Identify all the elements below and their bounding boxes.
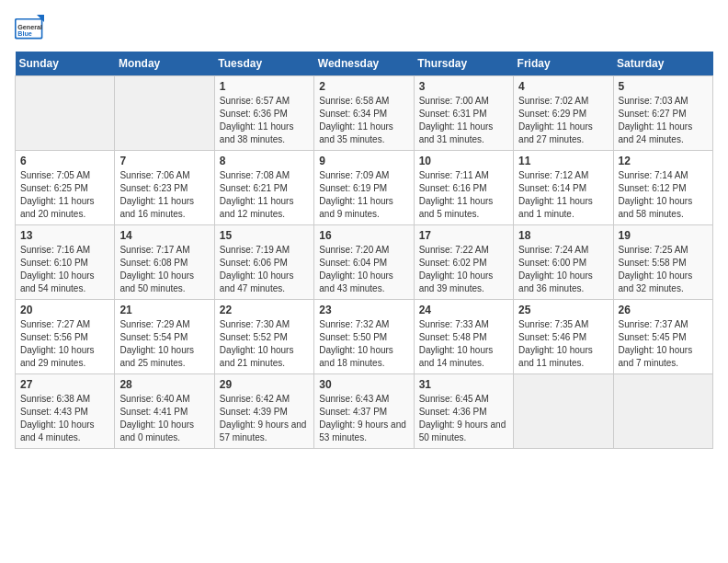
calendar-cell: [16, 76, 115, 151]
day-info: Sunrise: 7:14 AMSunset: 6:12 PMDaylight:…: [619, 169, 708, 221]
day-info: Sunrise: 7:02 AMSunset: 6:29 PMDaylight:…: [518, 95, 608, 146]
day-info: Sunrise: 6:42 AMSunset: 4:39 PMDaylight:…: [220, 393, 309, 444]
day-info: Sunrise: 7:00 AMSunset: 6:31 PMDaylight:…: [419, 95, 508, 146]
calendar-cell: 23Sunrise: 7:32 AMSunset: 5:50 PMDayligh…: [314, 300, 414, 374]
day-number: 10: [419, 155, 508, 167]
day-number: 29: [220, 378, 309, 391]
calendar-cell: 21Sunrise: 7:29 AMSunset: 5:54 PMDayligh…: [115, 300, 214, 374]
calendar-table: SundayMondayTuesdayWednesdayThursdayFrid…: [15, 52, 713, 449]
calendar-cell: 3Sunrise: 7:00 AMSunset: 6:31 PMDaylight…: [414, 76, 513, 151]
page-header: General Blue: [15, 15, 713, 40]
day-number: 7: [119, 155, 209, 167]
calendar-cell: 10Sunrise: 7:11 AMSunset: 6:16 PMDayligh…: [414, 151, 513, 225]
calendar-cell: 2Sunrise: 6:58 AMSunset: 6:34 PMDaylight…: [314, 76, 414, 151]
calendar-cell: [115, 76, 214, 151]
day-info: Sunrise: 7:17 AMSunset: 6:08 PMDaylight:…: [119, 244, 209, 295]
day-number: 11: [518, 155, 608, 167]
day-number: 30: [319, 378, 408, 391]
day-number: 16: [319, 229, 408, 242]
day-info: Sunrise: 7:29 AMSunset: 5:54 PMDaylight:…: [119, 318, 209, 370]
day-number: 15: [220, 229, 309, 242]
day-number: 6: [20, 155, 109, 167]
day-of-week-header: Tuesday: [214, 52, 313, 76]
calendar-cell: 25Sunrise: 7:35 AMSunset: 5:46 PMDayligh…: [514, 300, 613, 374]
calendar-week-row: 27Sunrise: 6:38 AMSunset: 4:43 PMDayligh…: [16, 374, 713, 449]
calendar-cell: 14Sunrise: 7:17 AMSunset: 6:08 PMDayligh…: [115, 225, 214, 300]
day-info: Sunrise: 7:19 AMSunset: 6:06 PMDaylight:…: [220, 244, 309, 295]
day-info: Sunrise: 7:33 AMSunset: 5:48 PMDaylight:…: [419, 318, 508, 370]
calendar-cell: 24Sunrise: 7:33 AMSunset: 5:48 PMDayligh…: [414, 300, 513, 374]
day-number: 24: [419, 304, 508, 316]
day-info: Sunrise: 7:35 AMSunset: 5:46 PMDaylight:…: [518, 318, 608, 370]
day-number: 17: [419, 229, 508, 242]
day-number: 28: [119, 378, 209, 391]
calendar-cell: 29Sunrise: 6:42 AMSunset: 4:39 PMDayligh…: [214, 374, 313, 449]
day-number: 31: [419, 378, 508, 391]
day-number: 12: [619, 155, 708, 167]
day-number: 14: [119, 229, 209, 242]
day-info: Sunrise: 7:30 AMSunset: 5:52 PMDaylight:…: [220, 318, 309, 370]
day-info: Sunrise: 7:09 AMSunset: 6:19 PMDaylight:…: [319, 169, 408, 221]
day-of-week-header: Wednesday: [314, 52, 414, 76]
day-info: Sunrise: 6:57 AMSunset: 6:36 PMDaylight:…: [220, 95, 309, 146]
calendar-cell: 20Sunrise: 7:27 AMSunset: 5:56 PMDayligh…: [16, 300, 115, 374]
day-number: 19: [619, 229, 708, 242]
day-of-week-header: Monday: [115, 52, 214, 76]
day-info: Sunrise: 7:20 AMSunset: 6:04 PMDaylight:…: [319, 244, 408, 295]
calendar-cell: 28Sunrise: 6:40 AMSunset: 4:41 PMDayligh…: [115, 374, 214, 449]
day-info: Sunrise: 6:38 AMSunset: 4:43 PMDaylight:…: [20, 393, 109, 444]
day-info: Sunrise: 6:40 AMSunset: 4:41 PMDaylight:…: [119, 393, 209, 444]
day-info: Sunrise: 7:32 AMSunset: 5:50 PMDaylight:…: [319, 318, 408, 370]
day-number: 21: [119, 304, 209, 316]
logo: General Blue: [15, 15, 44, 40]
day-info: Sunrise: 7:37 AMSunset: 5:45 PMDaylight:…: [619, 318, 708, 370]
day-number: 26: [619, 304, 708, 316]
calendar-cell: 9Sunrise: 7:09 AMSunset: 6:19 PMDaylight…: [314, 151, 414, 225]
day-number: 4: [518, 80, 608, 93]
day-number: 18: [518, 229, 608, 242]
day-number: 27: [20, 378, 109, 391]
calendar-cell: 26Sunrise: 7:37 AMSunset: 5:45 PMDayligh…: [613, 300, 712, 374]
day-of-week-header: Friday: [514, 52, 613, 76]
day-info: Sunrise: 7:16 AMSunset: 6:10 PMDaylight:…: [20, 244, 109, 295]
day-info: Sunrise: 7:11 AMSunset: 6:16 PMDaylight:…: [419, 169, 508, 221]
day-of-week-header: Sunday: [16, 52, 115, 76]
day-number: 13: [20, 229, 109, 242]
calendar-cell: 8Sunrise: 7:08 AMSunset: 6:21 PMDaylight…: [214, 151, 313, 225]
day-number: 22: [220, 304, 309, 316]
calendar-week-row: 1Sunrise: 6:57 AMSunset: 6:36 PMDaylight…: [16, 76, 713, 151]
calendar-cell: 31Sunrise: 6:45 AMSunset: 4:36 PMDayligh…: [414, 374, 513, 449]
calendar-week-row: 13Sunrise: 7:16 AMSunset: 6:10 PMDayligh…: [16, 225, 713, 300]
calendar-cell: 4Sunrise: 7:02 AMSunset: 6:29 PMDaylight…: [514, 76, 613, 151]
calendar-cell: 17Sunrise: 7:22 AMSunset: 6:02 PMDayligh…: [414, 225, 513, 300]
day-number: 8: [220, 155, 309, 167]
calendar-cell: 12Sunrise: 7:14 AMSunset: 6:12 PMDayligh…: [613, 151, 712, 225]
day-number: 25: [518, 304, 608, 316]
calendar-cell: [613, 374, 712, 449]
day-number: 23: [319, 304, 408, 316]
calendar-week-row: 6Sunrise: 7:05 AMSunset: 6:25 PMDaylight…: [16, 151, 713, 225]
svg-text:Blue: Blue: [17, 29, 32, 38]
day-info: Sunrise: 7:12 AMSunset: 6:14 PMDaylight:…: [518, 169, 608, 221]
day-info: Sunrise: 7:22 AMSunset: 6:02 PMDaylight:…: [419, 244, 508, 295]
calendar-cell: 18Sunrise: 7:24 AMSunset: 6:00 PMDayligh…: [514, 225, 613, 300]
calendar-cell: 5Sunrise: 7:03 AMSunset: 6:27 PMDaylight…: [613, 76, 712, 151]
calendar-week-row: 20Sunrise: 7:27 AMSunset: 5:56 PMDayligh…: [16, 300, 713, 374]
day-info: Sunrise: 6:43 AMSunset: 4:37 PMDaylight:…: [319, 393, 408, 444]
day-info: Sunrise: 7:06 AMSunset: 6:23 PMDaylight:…: [119, 169, 209, 221]
day-number: 9: [319, 155, 408, 167]
calendar-cell: 16Sunrise: 7:20 AMSunset: 6:04 PMDayligh…: [314, 225, 414, 300]
logo-icon: General Blue: [15, 15, 44, 40]
day-info: Sunrise: 7:03 AMSunset: 6:27 PMDaylight:…: [619, 95, 708, 146]
day-of-week-header: Thursday: [414, 52, 513, 76]
day-info: Sunrise: 6:45 AMSunset: 4:36 PMDaylight:…: [419, 393, 508, 444]
calendar-cell: 19Sunrise: 7:25 AMSunset: 5:58 PMDayligh…: [613, 225, 712, 300]
calendar-cell: 1Sunrise: 6:57 AMSunset: 6:36 PMDaylight…: [214, 76, 313, 151]
day-info: Sunrise: 7:27 AMSunset: 5:56 PMDaylight:…: [20, 318, 109, 370]
day-number: 20: [20, 304, 109, 316]
calendar-cell: 15Sunrise: 7:19 AMSunset: 6:06 PMDayligh…: [214, 225, 313, 300]
day-of-week-header: Saturday: [613, 52, 712, 76]
calendar-cell: [514, 374, 613, 449]
day-info: Sunrise: 6:58 AMSunset: 6:34 PMDaylight:…: [319, 95, 408, 146]
calendar-cell: 27Sunrise: 6:38 AMSunset: 4:43 PMDayligh…: [16, 374, 115, 449]
